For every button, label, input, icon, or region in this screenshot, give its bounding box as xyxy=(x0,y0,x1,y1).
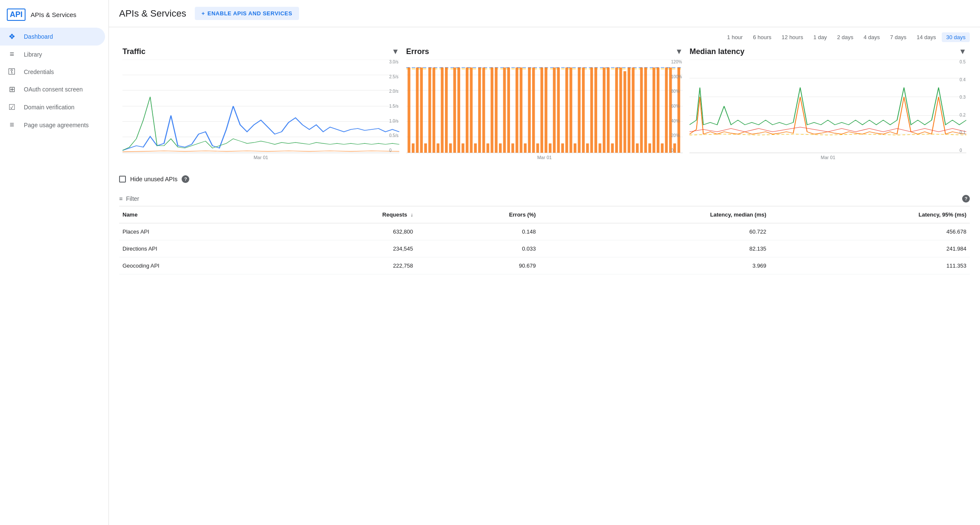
svg-rect-70 xyxy=(632,68,635,153)
svg-rect-40 xyxy=(507,68,510,153)
table-section: ≡ Filter ? NameRequests ↓Errors (%)Laten… xyxy=(109,191,980,274)
sidebar-icon-dashboard: ❖ xyxy=(7,32,17,41)
sidebar-label-library: Library xyxy=(24,51,42,58)
time-btn-30-days[interactable]: 30 days xyxy=(942,32,970,42)
svg-rect-21 xyxy=(428,68,431,153)
hide-unused-checkbox[interactable] xyxy=(119,176,126,183)
table-row[interactable]: Directions API234,5450.03382.135241.984 xyxy=(119,240,970,257)
svg-rect-43 xyxy=(519,68,522,153)
svg-rect-32 xyxy=(474,143,477,153)
traffic-chart: Traffic ▼ xyxy=(119,47,403,160)
svg-rect-31 xyxy=(470,68,473,153)
latency-chart: Median latency ▼ xyxy=(686,47,970,160)
time-btn-7-days[interactable]: 7 days xyxy=(886,32,911,42)
svg-rect-25 xyxy=(445,68,448,153)
svg-rect-58 xyxy=(582,68,585,153)
svg-rect-54 xyxy=(565,68,568,153)
errors-y-labels: 120%100%80%60%40%20%0 xyxy=(671,60,683,153)
svg-rect-64 xyxy=(607,68,610,153)
traffic-y-labels: 3.0/s2.5/s2.0/s1.5/s1.0/s0.5/s0 xyxy=(389,60,399,153)
svg-rect-77 xyxy=(661,143,664,153)
page-title: APIs & Services xyxy=(119,8,186,19)
svg-rect-20 xyxy=(424,143,427,153)
sidebar-item-dashboard[interactable]: ❖Dashboard xyxy=(0,28,105,46)
errors-x-label: Mar 01 xyxy=(406,155,683,160)
hide-unused-section: Hide unused APIs ? xyxy=(109,170,980,188)
svg-rect-50 xyxy=(549,143,552,153)
svg-rect-27 xyxy=(453,68,456,153)
sidebar-item-pageusage[interactable]: ≡Page usage agreements xyxy=(0,116,105,134)
time-btn-1-hour[interactable]: 1 hour xyxy=(723,32,747,42)
time-btn-4-days[interactable]: 4 days xyxy=(859,32,884,42)
svg-rect-46 xyxy=(532,68,535,153)
filter-button[interactable]: ≡ Filter xyxy=(119,195,139,202)
col-header-1[interactable]: Requests ↓ xyxy=(279,206,416,223)
latency-download-icon[interactable]: ▼ xyxy=(959,47,966,56)
col-header-0: Name xyxy=(119,206,279,223)
traffic-chart-svg xyxy=(122,60,399,153)
table-header-row: NameRequests ↓Errors (%)Latency, median … xyxy=(119,206,970,223)
table-cell-2: 0.033 xyxy=(416,240,539,257)
svg-rect-16 xyxy=(407,68,410,153)
svg-rect-63 xyxy=(603,68,606,153)
svg-rect-68 xyxy=(623,71,626,153)
errors-download-icon[interactable]: ▼ xyxy=(675,47,683,56)
latency-x-label: Mar 01 xyxy=(689,155,966,160)
sidebar-label-credentials: Credentials xyxy=(24,68,54,75)
table-cell-3: 60.722 xyxy=(539,223,770,240)
sidebar-title: APIs & Services xyxy=(31,11,77,18)
table-cell-4: 456.678 xyxy=(770,223,970,240)
svg-rect-26 xyxy=(449,143,452,153)
table-row[interactable]: Geocoding API222,75890.6793.969111.353 xyxy=(119,257,970,274)
api-table: NameRequests ↓Errors (%)Latency, median … xyxy=(119,206,970,274)
enable-apis-button[interactable]: + ENABLE APIS AND SERVICES xyxy=(195,7,299,20)
table-cell-1: 632,800 xyxy=(279,223,416,240)
time-btn-12-hours[interactable]: 12 hours xyxy=(778,32,808,42)
svg-rect-61 xyxy=(594,68,597,153)
svg-rect-55 xyxy=(570,68,573,153)
time-btn-2-days[interactable]: 2 days xyxy=(833,32,858,42)
errors-chart: Errors ▼ xyxy=(403,47,687,160)
svg-rect-51 xyxy=(553,68,556,153)
hide-unused-help-icon[interactable]: ? xyxy=(182,175,189,183)
sidebar-item-domain[interactable]: ☑Domain verification xyxy=(0,98,105,116)
sidebar-item-credentials[interactable]: ⚿Credentials xyxy=(0,63,105,80)
errors-chart-svg xyxy=(406,60,683,153)
traffic-download-icon[interactable]: ▼ xyxy=(392,47,399,56)
main-content: APIs & Services + ENABLE APIS AND SERVIC… xyxy=(109,0,980,525)
latency-y-labels: 0.50.40.30.20.10 xyxy=(960,60,966,153)
svg-rect-23 xyxy=(436,143,439,153)
svg-rect-17 xyxy=(412,143,415,153)
svg-rect-65 xyxy=(611,143,614,153)
sidebar-item-library[interactable]: ≡Library xyxy=(0,46,105,63)
table-body: Places API632,8000.14860.722456.678Direc… xyxy=(119,223,970,274)
table-cell-4: 111.353 xyxy=(770,257,970,274)
table-row[interactable]: Places API632,8000.14860.722456.678 xyxy=(119,223,970,240)
time-btn-6-hours[interactable]: 6 hours xyxy=(749,32,775,42)
sidebar-item-oauth[interactable]: ⊞OAuth consent screen xyxy=(0,80,105,98)
charts-section: Traffic ▼ xyxy=(109,47,980,160)
col-header-3: Latency, median (ms) xyxy=(539,206,770,223)
filter-label: Filter xyxy=(126,195,139,202)
svg-rect-18 xyxy=(416,68,419,153)
time-btn-14-days[interactable]: 14 days xyxy=(912,32,940,42)
svg-rect-39 xyxy=(503,68,506,153)
sidebar-label-pageusage: Page usage agreements xyxy=(24,122,89,128)
table-cell-4: 241.984 xyxy=(770,240,970,257)
table-toolbar: ≡ Filter ? xyxy=(119,191,970,206)
sidebar-icon-domain: ☑ xyxy=(7,103,17,112)
errors-chart-title: Errors xyxy=(406,47,429,56)
enable-plus-icon: + xyxy=(202,10,205,17)
svg-rect-57 xyxy=(578,68,581,153)
table-cell-3: 82.135 xyxy=(539,240,770,257)
sidebar-icon-library: ≡ xyxy=(7,50,17,59)
svg-rect-69 xyxy=(627,68,630,153)
time-btn-1-day[interactable]: 1 day xyxy=(809,32,831,42)
svg-rect-78 xyxy=(665,68,668,153)
svg-rect-38 xyxy=(499,143,502,153)
svg-rect-29 xyxy=(462,143,464,153)
svg-rect-41 xyxy=(511,143,514,153)
table-help-icon[interactable]: ? xyxy=(962,195,970,203)
svg-rect-45 xyxy=(528,68,531,153)
traffic-chart-title: Traffic xyxy=(122,47,145,56)
